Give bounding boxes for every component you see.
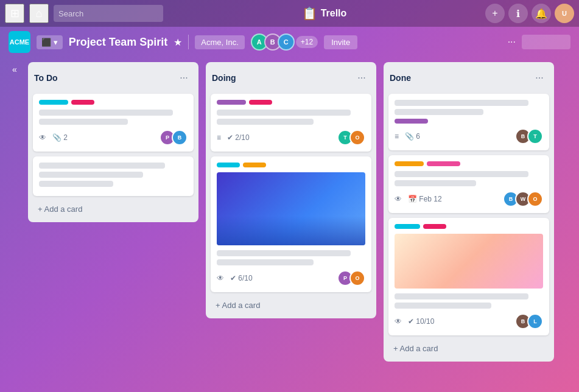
card-footer: 👁 📎 2 P B	[39, 130, 188, 145]
card-tag	[217, 100, 246, 105]
card-meta-attachments: 📎 6	[405, 132, 420, 141]
card-text-line	[395, 303, 491, 309]
card-footer: 👁 ✔ 6/10 P O	[217, 270, 365, 286]
card-text-line	[217, 119, 314, 125]
column-todo-menu-button[interactable]: ···	[175, 69, 192, 86]
column-todo-header: To Do ···	[33, 67, 194, 89]
card-meta-checklist: ✔ 10/10	[408, 317, 434, 326]
card-member[interactable]: O	[349, 130, 365, 145]
card-member[interactable]: T	[527, 128, 543, 144]
column-done-menu-button[interactable]: ···	[531, 69, 548, 86]
card-member[interactable]: L	[527, 313, 543, 329]
card-member[interactable]: B	[172, 130, 188, 145]
workspace-badge: ACME	[9, 31, 30, 53]
app-title: 📋 Trello	[168, 6, 480, 21]
card-members: B L	[515, 313, 543, 329]
member-avatars: A B C +12	[251, 33, 318, 51]
sidebar-toggle[interactable]: «	[9, 62, 21, 74]
column-done-header: Done ···	[388, 67, 549, 89]
filter-bar	[522, 35, 570, 49]
card-text-line	[39, 163, 165, 169]
card-footer: 👁 ✔ 10/10 B L	[395, 313, 543, 329]
card-tag	[395, 119, 428, 124]
card-meta-list: ≡	[395, 132, 399, 141]
board-content: « To Do ··· 👁 📎 2 P B	[0, 57, 579, 392]
card-member[interactable]: O	[349, 270, 365, 286]
card-tags	[217, 163, 365, 167]
card-image	[217, 172, 365, 245]
invite-button[interactable]: Invite	[324, 35, 357, 49]
card-members: P O	[337, 270, 365, 286]
card-doing-2[interactable]: 👁 ✔ 6/10 P O	[211, 156, 371, 292]
card-meta-views: 👁	[395, 317, 402, 326]
card-text-line	[395, 109, 483, 115]
card-tag	[71, 100, 94, 105]
card-meta-views: 👁	[217, 274, 224, 282]
add-card-done-button[interactable]: + Add a card	[388, 340, 549, 357]
user-avatar[interactable]: U	[555, 4, 574, 23]
card-todo-2[interactable]	[33, 156, 194, 196]
card-text-line	[39, 181, 113, 187]
column-doing: Doing ··· ≡ ✔ 2/10 T O	[206, 62, 376, 318]
card-meta: ≡ ✔ 2/10	[217, 133, 250, 142]
card-meta-views: 👁	[39, 133, 46, 142]
column-todo-title: To Do	[34, 73, 58, 83]
workspace-selector[interactable]: ⬛ ▾	[37, 35, 63, 49]
card-text-line	[395, 171, 528, 177]
card-done-1[interactable]: ≡ 📎 6 B T	[388, 94, 549, 150]
column-todo: To Do ··· 👁 📎 2 P B	[28, 62, 198, 222]
card-text-line	[39, 110, 173, 116]
card-footer: ≡ ✔ 2/10 T O	[217, 130, 365, 145]
add-card-doing-button[interactable]: + Add a card	[211, 297, 371, 313]
card-meta: 👁 📎 2	[39, 133, 68, 142]
trello-logo-icon: 📋	[302, 6, 317, 21]
member-count-button[interactable]: +12	[296, 36, 318, 48]
org-button[interactable]: Acme, Inc.	[195, 35, 244, 49]
card-todo-1[interactable]: 👁 📎 2 P B	[33, 94, 194, 152]
card-footer: ≡ 📎 6 B T	[395, 128, 543, 144]
board-title: Project Team Spirit	[69, 36, 168, 49]
column-doing-header: Doing ···	[211, 67, 371, 89]
add-card-todo-button[interactable]: + Add a card	[33, 201, 194, 217]
board-header: ACME ⬛ ▾ Project Team Spirit ★ Acme, Inc…	[0, 27, 579, 57]
info-button[interactable]: ℹ	[508, 4, 528, 23]
card-done-2[interactable]: 👁 📅 Feb 12 B W O	[388, 155, 549, 213]
card-text-line	[39, 172, 143, 178]
card-text-line	[217, 259, 314, 265]
card-done-3[interactable]: 👁 ✔ 10/10 B L	[388, 218, 549, 335]
card-doing-1[interactable]: ≡ ✔ 2/10 T O	[211, 94, 371, 152]
card-meta-attachments: 📎 2	[52, 133, 68, 142]
member-avatar-3[interactable]: C	[278, 33, 295, 51]
card-members: P B	[160, 130, 188, 145]
card-text-line	[39, 119, 128, 125]
board-more-button[interactable]: ···	[508, 37, 516, 47]
card-gradient-image	[395, 234, 543, 289]
add-button[interactable]: +	[485, 4, 505, 23]
card-tag	[423, 224, 446, 229]
search-input[interactable]	[54, 5, 163, 22]
card-tags	[395, 224, 543, 229]
card-members: B T	[515, 128, 543, 144]
card-meta-due-date: 📅 Feb 12	[408, 195, 442, 203]
card-footer: 👁 📅 Feb 12 B W O	[395, 191, 543, 207]
card-meta-list: ≡	[217, 133, 221, 142]
card-meta-checklist: ✔ 2/10	[227, 133, 250, 142]
card-tags	[217, 100, 365, 105]
card-meta: ≡ 📎 6	[395, 132, 420, 141]
card-member[interactable]: O	[527, 191, 543, 207]
notifications-button[interactable]: 🔔	[532, 4, 551, 23]
star-button[interactable]: ★	[174, 37, 182, 48]
card-meta: 👁 ✔ 6/10	[217, 274, 253, 282]
card-meta: 👁 📅 Feb 12	[395, 195, 442, 203]
top-navigation: ⊞ ⌂ 📋 Trello + ℹ 🔔 U	[0, 0, 579, 27]
home-button[interactable]: ⌂	[29, 4, 49, 23]
card-tag	[427, 161, 460, 166]
card-members: B W O	[503, 191, 543, 207]
card-text-line	[395, 180, 476, 186]
card-members: T O	[337, 130, 365, 145]
card-tag	[39, 100, 68, 105]
column-doing-menu-button[interactable]: ···	[353, 69, 370, 86]
grid-menu-button[interactable]: ⊞	[5, 4, 24, 23]
card-text-line	[395, 293, 528, 299]
card-meta-checklist: ✔ 6/10	[230, 274, 253, 282]
